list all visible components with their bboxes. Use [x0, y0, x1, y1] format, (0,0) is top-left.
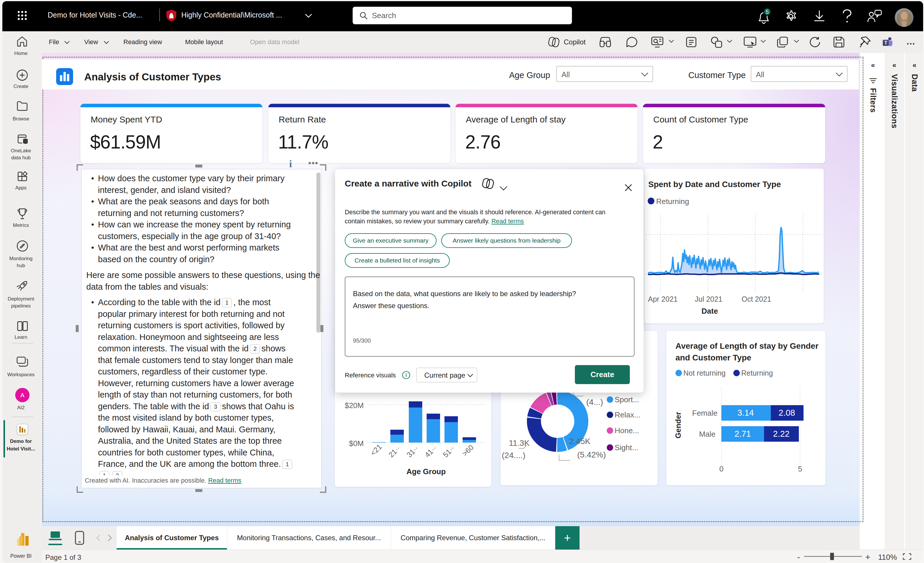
svg-text:5: 5: [766, 9, 769, 15]
svg-text:2.08: 2.08: [778, 408, 795, 418]
svg-text:2.22: 2.22: [773, 429, 789, 439]
svg-text:3.14: 3.14: [738, 408, 754, 418]
svg-text:T: T: [884, 40, 887, 45]
svg-text:2.71: 2.71: [735, 429, 751, 439]
